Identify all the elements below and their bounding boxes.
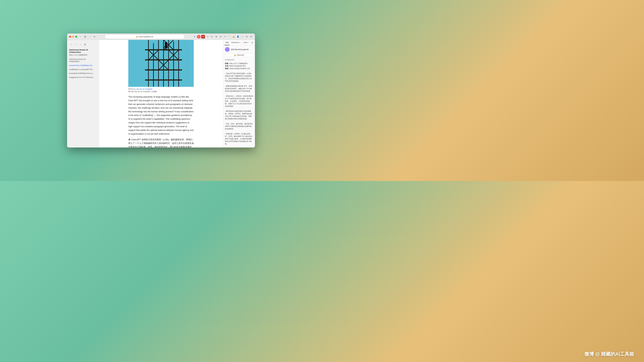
pen-icon[interactable]: ✏ bbox=[223, 35, 227, 38]
summary-text: 标题: 优化人与人工智能的协作 作者: Maria Panagiotidi 博士… bbox=[225, 62, 253, 147]
sidebar-item-0[interactable]: Optimising Human-AI Collaboration... bbox=[67, 57, 99, 63]
summary-bullet-3: - Dhillon等人（2024年）的研究系统评估了不同AI支架对写作质量、用户… bbox=[225, 95, 253, 107]
subscribe-label: Subscribe bbox=[237, 54, 244, 56]
unsplash-link[interactable]: Unsplash bbox=[145, 88, 152, 90]
maximize-window-icon[interactable]: ⊞ bbox=[249, 35, 253, 38]
sidebar-item-3[interactable]: Evaluating Scaffolding from LL... bbox=[67, 71, 99, 75]
notification-icon[interactable]: 🔔 bbox=[232, 35, 236, 38]
book-subtitle: 优化人与人工智能的协作 bbox=[67, 54, 99, 57]
minimize-icon[interactable]: ⊟ bbox=[245, 35, 248, 38]
nav-buttons: ← ⊞ → ↻ bbox=[78, 35, 96, 39]
left-sidebar: ← ↑ ↓ ⊡ Optimising Human-AI Collaboratio… bbox=[67, 40, 99, 147]
panel-tabs: Info Notebook 0 Links 0 ⊡ bbox=[223, 40, 255, 45]
article-body: The increasing popularity of large langu… bbox=[128, 95, 194, 147]
summary-bullet-1: - Chat-GPT及大型语言模型（LLMs）的普及为来了AI辅助写作工具的新时… bbox=[225, 72, 253, 82]
tab-links-badge: 0 bbox=[248, 41, 249, 43]
book-title: Optimising Human-AI Collaboration bbox=[67, 48, 99, 54]
author-row: @DrMariaPanagiotidi bbox=[225, 47, 253, 52]
jay-ee-link[interactable]: Jay Ee bbox=[136, 88, 142, 90]
subscribe-icon: 🔔 bbox=[234, 54, 236, 56]
tab-notebook[interactable]: Notebook 0 bbox=[230, 40, 242, 45]
grid-icon[interactable]: ⊞ bbox=[214, 35, 218, 38]
article-image bbox=[128, 40, 194, 87]
summary-line-1: 标题: 优化人与人工智能的协作 bbox=[225, 62, 253, 65]
sidebar-item-2[interactable]: Scaffolding in Learning学习中... bbox=[67, 67, 99, 71]
svg-rect-29 bbox=[145, 79, 182, 81]
search-icon[interactable]: 🔍 bbox=[192, 35, 196, 38]
photo-credit-line1: Photo by Jay Ee on Unsplash bbox=[128, 88, 194, 90]
right-panel-inner: @DrMariaPanagiotidi 🔔 Subscribe SUMMARY … bbox=[223, 45, 255, 147]
settings-icon[interactable]: ⊟ bbox=[219, 35, 222, 38]
reload-button[interactable]: ↻ bbox=[92, 35, 96, 39]
browser-window: ← ⊞ → ↻ 🔒 read.readwise.io 🔍 ✕ R ↗ ⊡ ⊞ ⊟… bbox=[67, 33, 255, 147]
sidebar-back-button[interactable]: ← bbox=[69, 42, 73, 46]
maximize-button[interactable] bbox=[75, 36, 77, 38]
author-name: @DrMariaPanagiotidi bbox=[231, 48, 248, 50]
svg-rect-27 bbox=[145, 59, 182, 60]
right-panel: Info Notebook 0 Links 0 ⊡ @DrMariaPanagi… bbox=[223, 40, 255, 147]
article-paragraph-2: 像 Chat-GPT 这样的大型语言模型（LLMs）越来越受欢迎，将我们带入了一… bbox=[128, 138, 194, 147]
address-bar[interactable]: 🔒 read.readwise.io bbox=[105, 34, 184, 39]
subscribe-button[interactable]: 🔔 Subscribe bbox=[225, 53, 253, 57]
sidebar-item-1[interactable]: Lessons from Scaffolding The... bbox=[67, 63, 99, 67]
minimize-button[interactable] bbox=[72, 36, 74, 38]
browser-content: ← ↑ ↓ ⊡ Optimising Human-AI Collaboratio… bbox=[67, 40, 255, 147]
more-icon[interactable]: ⋯ bbox=[228, 35, 231, 38]
tab-info-label: Info bbox=[226, 41, 228, 43]
share-icon[interactable]: ↗ bbox=[206, 35, 209, 38]
photo-credit: Photo by Jay Ee on Unsplash 照片由 Jay Ee 在… bbox=[128, 87, 194, 95]
forward-button[interactable]: → bbox=[88, 35, 92, 39]
author-avatar bbox=[225, 47, 230, 52]
main-content: Photo by Jay Ee on Unsplash 照片由 Jay Ee 在… bbox=[99, 40, 223, 147]
sidebar-item-4[interactable]: Suggestions for UX Profession... bbox=[67, 75, 99, 79]
summary-line-3: 领域: uxpsychology.substack.com bbox=[225, 67, 253, 70]
summary-section-title: SUMMARY bbox=[225, 59, 253, 61]
sidebar-top-icons: ← ↑ ↓ ⊡ bbox=[67, 41, 99, 48]
summary-bullet-5: - 支持、协作、解决问题、逐步取消支持和学习顺序是布鲁纳提出的脚手架的关键原则。 bbox=[225, 122, 253, 130]
title-bar: ← ⊞ → ↻ 🔒 read.readwise.io 🔍 ✕ R ↗ ⊡ ⊞ ⊟… bbox=[67, 33, 255, 40]
summary-bullet-6: - 维果茨基（1978年）的"最近发展区"（ZPD）概念强调了学习者在有无指导下… bbox=[225, 133, 253, 145]
close-icon[interactable]: ✕ bbox=[197, 35, 200, 38]
tab-links-label: Links bbox=[243, 41, 248, 43]
fullscreen-icon[interactable]: ⛶ bbox=[240, 35, 244, 38]
screenshot-icon[interactable]: ⊡ bbox=[210, 35, 214, 38]
svg-point-20 bbox=[165, 42, 167, 45]
back-button[interactable]: ← bbox=[78, 35, 82, 39]
sidebar-expand-button[interactable]: ⊡ bbox=[83, 42, 87, 46]
summary-bullet-4: - 脚手架理论在教育理论中有深厚根基，布鲁纳（1975年）将脚手架比喻为给予学习… bbox=[225, 110, 253, 120]
sidebar-toggle-button[interactable]: ⊞ bbox=[83, 35, 87, 39]
tab-links[interactable]: Links 0 bbox=[242, 40, 250, 45]
photo-credit-line2: 照片由 Jay Ee 在 Unsplash 上拍摄 bbox=[128, 90, 194, 93]
svg-rect-26 bbox=[145, 49, 182, 50]
tab-notebook-badge: 0 bbox=[240, 41, 240, 43]
svg-rect-28 bbox=[145, 69, 182, 70]
toolbar-icons: 🔍 ✕ R ↗ ⊡ ⊞ ⊟ ✏ ⋯ 🔔 👤 ⛶ ⊟ ⊞ bbox=[192, 35, 253, 38]
summary-line-2: 作者: Maria Panagiotidi 博士 bbox=[225, 65, 253, 67]
readwise-icon[interactable]: R bbox=[201, 35, 205, 38]
close-button[interactable] bbox=[69, 36, 71, 38]
tab-notebook-label: Notebook bbox=[231, 41, 239, 43]
account-icon[interactable]: 👤 bbox=[236, 35, 240, 38]
tab-info[interactable]: Info bbox=[224, 40, 230, 45]
traffic-lights bbox=[69, 36, 77, 38]
sidebar-up-button[interactable]: ↑ bbox=[74, 42, 78, 46]
panel-expand-button[interactable]: ⊡ bbox=[250, 40, 254, 45]
summary-bullet-2: - 重要考虑因素是"脚手架"水平，即AI提供的支持指导，涵盖从单个句子建议到生成… bbox=[225, 85, 253, 92]
article-paragraph-1: The increasing popularity of large langu… bbox=[128, 95, 194, 136]
sidebar-down-button[interactable]: ↓ bbox=[78, 42, 82, 46]
url-text: read.readwise.io bbox=[138, 35, 153, 38]
